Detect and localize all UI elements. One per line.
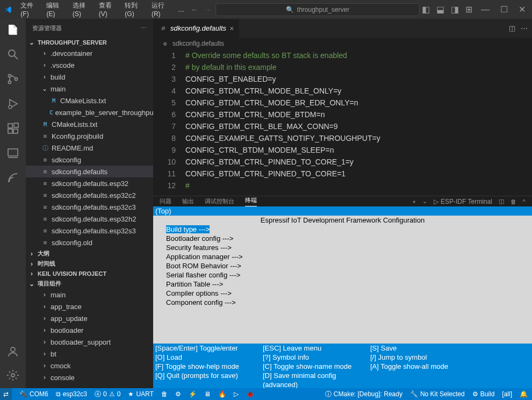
folder-main[interactable]: ⌄main: [26, 83, 153, 95]
menu-edit[interactable]: 编辑(E): [42, 0, 66, 20]
source-control-icon[interactable]: [6, 73, 19, 85]
maximize-panel-icon[interactable]: ^: [523, 198, 526, 205]
file-sdkconfig[interactable]: ≡sdkconfig: [26, 154, 153, 166]
layout-sidebar-left-icon[interactable]: ◧: [422, 4, 430, 15]
maximize-icon[interactable]: ☐: [498, 4, 510, 15]
file-sdkconfig.defaults.esp32c2[interactable]: ≡sdkconfig.defaults.esp32c2: [26, 189, 153, 201]
remote-icon[interactable]: [6, 147, 19, 160]
file-sdkconfig.defaults.esp32c3[interactable]: ≡sdkconfig.defaults.esp32c3: [26, 201, 153, 213]
sb-fire-icon[interactable]: 🔥: [218, 390, 226, 398]
file-sdkconfig.old[interactable]: ≡sdkconfig.old: [26, 237, 153, 248]
menu-view[interactable]: 查看(V): [95, 0, 119, 20]
sb-debug-icon[interactable]: 🐞: [246, 390, 254, 398]
menu-select[interactable]: 选择(S): [68, 0, 92, 20]
file-sdkconfig.defaults[interactable]: ≡sdkconfig.defaults: [26, 166, 153, 177]
nav-back-icon[interactable]: ←: [191, 5, 198, 14]
explorer-title: 资源管理器: [32, 24, 62, 32]
component-app_update[interactable]: ›app_update: [26, 312, 153, 324]
menu-run[interactable]: 运行(R): [147, 0, 171, 20]
sb-kit[interactable]: 🔧 No Kit Selected: [410, 390, 465, 399]
search-icon[interactable]: [6, 48, 19, 61]
sb-target[interactable]: [all]: [502, 390, 512, 399]
sb-errors[interactable]: ⓧ 0 ⚠ 0: [95, 390, 120, 399]
more-icon[interactable]: ⋯: [141, 25, 147, 32]
folder-.vscode[interactable]: ›.vscode: [26, 59, 153, 71]
close-tab-icon[interactable]: ×: [229, 24, 234, 33]
more-actions-icon[interactable]: ⋯: [521, 24, 528, 32]
panel-tab-debug[interactable]: 调试控制台: [205, 197, 234, 205]
layout-customize-icon[interactable]: ⊞: [465, 4, 472, 15]
svg-point-3: [9, 81, 11, 84]
file-CMakeLists.txt[interactable]: MCMakeLists.txt: [26, 118, 153, 130]
sb-chip[interactable]: ⧉ esp32c3: [56, 390, 87, 398]
keil-section[interactable]: ›KEIL UVISION PROJECT: [26, 269, 153, 278]
tab-sdkconfig-defaults[interactable]: ⚙ sdkconfig.defaults ×: [153, 19, 240, 38]
explorer-sidebar: 资源管理器 ⋯ ⌄THROUGHPUT_SERVER ›.devcontaine…: [26, 19, 153, 388]
account-icon[interactable]: [6, 345, 19, 358]
timeline-section[interactable]: ›时间线: [26, 259, 153, 269]
nav-forward-icon: →: [204, 5, 211, 14]
file-CMakeLists.txt[interactable]: MCMakeLists.txt: [26, 95, 153, 106]
sb-port[interactable]: 🔌 COM6: [19, 390, 48, 398]
espressif-icon[interactable]: [6, 172, 19, 184]
file-sdkconfig.defaults.esp32[interactable]: ≡sdkconfig.defaults.esp32: [26, 177, 153, 189]
file-Kconfig.projbuild[interactable]: ≡Kconfig.projbuild: [26, 130, 153, 142]
svg-point-0: [9, 50, 15, 56]
svg-line-1: [15, 56, 18, 59]
folder-.devcontainer[interactable]: ›.devcontainer: [26, 47, 153, 59]
component-bootloader[interactable]: ›bootloader: [26, 324, 153, 336]
sb-terminal-icon[interactable]: ▷: [234, 390, 239, 398]
menuconfig-top: (Top): [153, 206, 532, 216]
panel-tab-problems[interactable]: 问题: [160, 197, 171, 205]
components-section[interactable]: ⌄项目组件: [26, 278, 153, 289]
file-sdkconfig.defaults.esp32h2[interactable]: ≡sdkconfig.defaults.esp32h2: [26, 213, 153, 225]
terminal-name[interactable]: ▷ ESP-IDF Terminal: [434, 198, 492, 205]
sb-monitor-icon[interactable]: 🖥: [204, 390, 211, 398]
remote-button[interactable]: ⇄: [0, 388, 12, 400]
minimize-icon[interactable]: —: [479, 5, 492, 15]
menu-more[interactable]: …: [174, 4, 189, 16]
svg-rect-9: [14, 123, 18, 127]
kill-terminal-icon[interactable]: 🗑: [511, 198, 516, 205]
menu-go[interactable]: 转到(G): [120, 0, 145, 20]
sb-cmake[interactable]: ⓘ CMake: [Debug]: Ready: [325, 390, 402, 399]
sb-build[interactable]: ⚙ Build: [472, 390, 495, 399]
component-cmock[interactable]: ›cmock: [26, 360, 153, 372]
menu-file[interactable]: 文件(F): [16, 0, 40, 20]
file-sdkconfig.defaults.esp32s3[interactable]: ≡sdkconfig.defaults.esp32s3: [26, 225, 153, 237]
settings-icon[interactable]: [6, 369, 19, 382]
file-example_ble_server_throughput.c[interactable]: Cexample_ble_server_throughput.c: [26, 106, 153, 118]
folder-build[interactable]: ›build: [26, 71, 153, 83]
panel-tab-output[interactable]: 输出: [182, 197, 194, 205]
new-terminal-icon[interactable]: +: [413, 198, 416, 205]
code-editor[interactable]: 123456789101112 # Override some defaults…: [153, 49, 532, 196]
file-README.md[interactable]: ⓘREADME.md: [26, 142, 153, 154]
terminal-dropdown-icon[interactable]: ⌄: [422, 198, 427, 205]
sb-clean-icon[interactable]: 🗑: [161, 390, 168, 398]
svg-point-2: [9, 75, 11, 77]
outline-section[interactable]: ›大纲: [26, 248, 153, 259]
extensions-icon[interactable]: [6, 122, 19, 135]
split-terminal-icon[interactable]: ◫: [499, 198, 504, 205]
layout-sidebar-right-icon[interactable]: ◨: [451, 4, 459, 15]
sb-flash-method[interactable]: ★ UART: [128, 390, 153, 398]
panel-tab-terminal[interactable]: 终端: [245, 196, 257, 206]
run-debug-icon[interactable]: [6, 97, 19, 110]
component-bt[interactable]: ›bt: [26, 348, 153, 360]
terminal[interactable]: (Top) Espressif IoT Development Framewor…: [153, 206, 532, 388]
component-bootloader_support[interactable]: ›bootloader_support: [26, 336, 153, 348]
explorer-icon[interactable]: [6, 23, 19, 36]
breadcrumb[interactable]: ⚙ sdkconfig.defaults: [153, 38, 532, 49]
svg-rect-8: [13, 129, 18, 133]
component-console[interactable]: ›console: [26, 372, 153, 383]
component-app_trace[interactable]: ›app_trace: [26, 301, 153, 312]
sb-flash-icon[interactable]: ⚡: [189, 390, 197, 398]
sb-build-icon[interactable]: ⚙: [175, 390, 181, 398]
sb-notifications-icon[interactable]: 🔔: [520, 390, 528, 399]
command-center[interactable]: 🔍 throughput_server: [215, 3, 420, 16]
split-editor-icon[interactable]: ◫: [509, 24, 515, 32]
component-main[interactable]: ›main: [26, 289, 153, 301]
close-icon[interactable]: ✕: [516, 4, 528, 15]
project-section[interactable]: ⌄THROUGHPUT_SERVER: [26, 38, 153, 47]
layout-panel-icon[interactable]: ⬓: [436, 4, 444, 15]
